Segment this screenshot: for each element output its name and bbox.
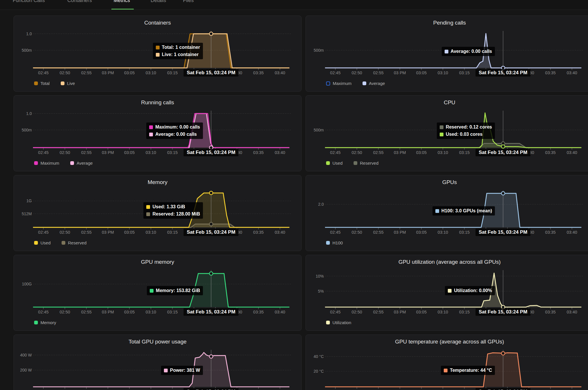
y-axis-label: 1.0: [14, 111, 32, 116]
legend-item-used[interactable]: Used: [34, 240, 51, 245]
tooltip-row: Used: 1.33 GiB: [146, 204, 200, 209]
x-axis-label: 03:35: [545, 310, 556, 314]
legend-item-maximum[interactable]: Maximum: [34, 161, 59, 166]
x-axis-label: 03 PM: [102, 150, 114, 155]
chart-legend: Memory: [34, 320, 56, 325]
tab-files[interactable]: Files: [183, 0, 194, 3]
active-tab-underline: [111, 9, 134, 10]
x-axis-label: 02:45: [330, 310, 341, 314]
legend-item-average[interactable]: Average: [70, 161, 93, 166]
chart-plot-area[interactable]: [14, 335, 301, 390]
legend-item-total[interactable]: Total: [34, 81, 50, 86]
x-axis-label: 03:10: [438, 310, 448, 314]
x-axis-label: 03:15: [459, 310, 469, 314]
x-axis-label: 02:50: [60, 310, 70, 314]
legend-item-reserved[interactable]: Reserved: [354, 161, 378, 166]
series-line-reserved: [325, 144, 581, 148]
x-axis-label: 02:45: [330, 150, 341, 155]
legend-item-maximum[interactable]: Maximum: [326, 81, 352, 86]
y-axis-label: 40 °C: [306, 354, 324, 359]
tab-containers[interactable]: Containers: [67, 0, 92, 3]
tooltip-series-swatch: [146, 205, 150, 209]
hover-marker: [501, 352, 505, 355]
x-axis-label: 02:55: [373, 310, 384, 314]
chart-plot-area[interactable]: [306, 335, 588, 390]
tooltip-text: Power: 381 W: [170, 368, 200, 373]
legend-label: Average: [369, 81, 385, 86]
x-axis-label: 03:35: [545, 230, 556, 235]
legend-label: Total: [40, 81, 50, 86]
x-axis-label: 03:40: [275, 230, 285, 235]
x-axis-label: 02:55: [81, 70, 92, 75]
tooltip-series-swatch: [156, 46, 160, 49]
y-axis-label: 5%: [306, 289, 324, 294]
chart-card-gpu-temperature: GPU temperature (average across all GPUs…: [306, 335, 588, 390]
x-axis-label: 03:15: [167, 230, 177, 235]
tooltip-text: Reserved: 0.12 cores: [446, 125, 492, 130]
tooltip-series-swatch: [164, 369, 168, 372]
chart-tooltip: Temperature: 44 °C: [441, 366, 495, 375]
legend-item-h100[interactable]: H100: [326, 240, 343, 245]
y-axis-label: 200 W: [14, 368, 32, 372]
x-axis-label: 03:10: [438, 150, 448, 155]
legend-label: Maximum: [40, 161, 59, 166]
legend-item-utilization[interactable]: Utilization: [326, 320, 351, 325]
tooltip-row: Live: 1 container: [156, 52, 200, 57]
tooltip-series-swatch: [146, 212, 150, 216]
tooltip-series-swatch: [149, 133, 153, 136]
tooltip-date: Sat Feb 15, 03:24 PM: [184, 149, 238, 156]
legend-label: H100: [332, 240, 343, 245]
tooltip-text: Memory: 153.82 GiB: [156, 288, 200, 293]
chart-tooltip: Utilization: 0.00%: [445, 286, 495, 295]
legend-item-used[interactable]: Used: [326, 161, 343, 166]
chart-card-containers: Containers1.0500m02:4502:5002:5503 PM03:…: [14, 16, 302, 92]
tooltip-text: Temperature: 44 °C: [450, 368, 492, 373]
tooltip-series-swatch: [440, 125, 443, 129]
tooltip-row: Reserved: 128.00 MiB: [146, 211, 200, 217]
x-axis-label: 03:15: [167, 70, 177, 75]
x-axis-label: 03:05: [416, 70, 426, 75]
x-axis-label: 03 PM: [102, 70, 114, 75]
x-axis-label: 03:15: [459, 150, 469, 155]
y-axis-label: 512M: [14, 211, 32, 216]
y-axis-label: 10%: [306, 274, 324, 278]
chart-legend: TotalLive: [34, 81, 75, 86]
x-axis-label: 03:05: [124, 70, 134, 75]
x-axis-label: 03:15: [167, 150, 177, 155]
legend-item-live[interactable]: Live: [61, 81, 75, 86]
tab-function-calls[interactable]: Function Calls: [13, 0, 45, 3]
x-axis-label: 03:40: [275, 310, 285, 314]
x-axis-label: 02:50: [352, 230, 362, 235]
tab-metrics[interactable]: Metrics: [114, 0, 130, 3]
legend-item-memory[interactable]: Memory: [34, 320, 56, 325]
x-axis-label: 03:15: [459, 70, 469, 75]
tooltip-series-swatch: [444, 369, 448, 372]
x-axis-label: 03:35: [545, 150, 556, 155]
x-axis-label: 03:10: [438, 70, 448, 75]
legend-item-reserved[interactable]: Reserved: [62, 240, 86, 245]
x-axis-label: 03 PM: [394, 310, 406, 314]
chart-card-pending-calls: Pending calls500m02:4502:5002:5503 PM03:…: [306, 16, 588, 92]
x-axis-label: 03:05: [124, 310, 134, 314]
legend-swatch: [363, 81, 366, 85]
x-axis-label: 02:55: [373, 70, 384, 75]
chart-tooltip: Total: 1 containerLive: 1 container: [153, 43, 203, 59]
tooltip-row: Reserved: 0.12 cores: [440, 125, 492, 130]
legend-item-average[interactable]: Average: [363, 81, 385, 86]
tab-details[interactable]: Details: [151, 0, 166, 3]
tooltip-series-swatch: [448, 289, 452, 293]
tooltip-row: Total: 1 container: [156, 45, 200, 50]
tooltip-series-swatch: [435, 209, 439, 213]
x-axis-label: 03:10: [146, 70, 156, 75]
x-axis-label: 03 PM: [394, 70, 406, 75]
y-axis-label: 400 W: [14, 353, 32, 357]
tooltip-text: Average: 0.00 calls: [451, 49, 492, 54]
x-axis-label: 02:45: [330, 70, 341, 75]
series-fill-reserved: [325, 144, 581, 148]
x-axis-label: 03:10: [438, 230, 448, 235]
x-axis-label: 03:15: [167, 310, 177, 314]
chart-card-gpu-memory: GPU memory100G02:4502:5002:5503 PM03:050…: [14, 255, 302, 331]
tooltip-row: Memory: 153.82 GiB: [150, 288, 200, 293]
x-axis-label: 02:50: [352, 150, 362, 155]
x-axis-label: 03 PM: [394, 230, 406, 235]
